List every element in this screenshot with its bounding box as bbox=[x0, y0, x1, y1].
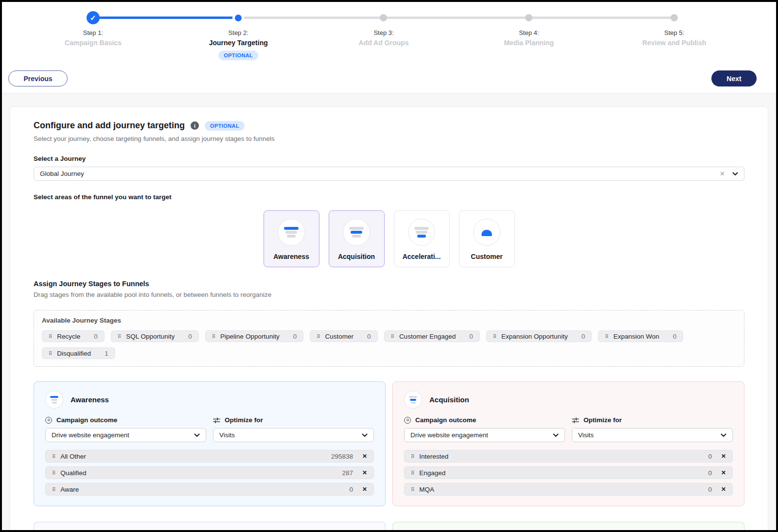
stage-chip-disqualified[interactable]: ⠿ Disqualified 1 bbox=[42, 347, 115, 359]
remove-icon[interactable]: ✕ bbox=[362, 469, 367, 476]
drag-handle-icon[interactable]: ⠿ bbox=[605, 334, 608, 339]
stage-row-name: Engaged bbox=[419, 469, 708, 477]
step-name: Media Planning bbox=[504, 39, 554, 47]
step-5-dot[interactable] bbox=[671, 11, 678, 25]
upcoming-step-dot-icon bbox=[380, 14, 387, 21]
chevron-down-icon bbox=[732, 172, 738, 176]
next-button[interactable]: Next bbox=[711, 70, 757, 86]
stage-row-count: 0 bbox=[708, 453, 712, 460]
remove-icon[interactable]: ✕ bbox=[721, 486, 726, 493]
drag-handle-icon[interactable]: ⠿ bbox=[493, 334, 496, 339]
funnel-card-awareness[interactable]: Awareness bbox=[264, 210, 319, 267]
funnel-awareness-icon bbox=[45, 391, 63, 409]
journey-select-value: Global Journey bbox=[40, 170, 720, 177]
campaign-outcome-label: Campaign outcome bbox=[45, 416, 206, 424]
step-label: Step 5: bbox=[664, 29, 684, 36]
chevron-down-icon bbox=[362, 433, 368, 437]
funnel-panels: Awareness Campaign outcome Optimize for bbox=[34, 381, 744, 506]
drag-handle-icon[interactable]: ⠿ bbox=[411, 487, 414, 492]
stage-row-interested[interactable]: ⠿ Interested 0 ✕ bbox=[404, 450, 733, 463]
funnel-acquisition-icon bbox=[343, 219, 370, 246]
step-2-dot[interactable] bbox=[232, 11, 244, 25]
info-icon[interactable]: i bbox=[191, 121, 199, 130]
stage-chip-count: 0 bbox=[188, 333, 192, 340]
drag-handle-icon[interactable]: ⠿ bbox=[52, 470, 55, 476]
stage-chip-name: Disqualified bbox=[57, 350, 91, 357]
stage-row-engaged[interactable]: ⠿ Engaged 0 ✕ bbox=[404, 466, 733, 479]
stage-row-name: Qualified bbox=[60, 469, 342, 477]
clear-icon[interactable]: ✕ bbox=[720, 170, 725, 177]
step-name: Journey Targeting bbox=[209, 39, 268, 47]
journey-targeting-card: Configure and add journey targeting i OP… bbox=[10, 106, 768, 532]
target-icon bbox=[45, 417, 52, 424]
stage-chip-recycle[interactable]: ⠿ Recycle 0 bbox=[42, 330, 105, 342]
drag-handle-icon[interactable]: ⠿ bbox=[212, 334, 215, 339]
funnel-area-cards: Awareness Acquisition Accelerati... bbox=[34, 210, 744, 267]
available-stages-pool: Available Journey Stages ⠿ Recycle 0 ⠿ S… bbox=[34, 310, 744, 367]
funnel-card-label: Accelerati... bbox=[403, 253, 441, 260]
sliders-icon bbox=[572, 417, 579, 424]
funnel-card-label: Customer bbox=[471, 253, 502, 260]
stage-chip-name: SQL Opportunity bbox=[126, 333, 175, 340]
drag-handle-icon[interactable]: ⠿ bbox=[411, 470, 414, 476]
stage-chip-customer-engaged[interactable]: ⠿ Customer Engaged 0 bbox=[384, 330, 480, 342]
campaign-outcome-select[interactable]: Drive website engagement bbox=[404, 428, 565, 442]
optimize-for-value: Visits bbox=[578, 431, 594, 439]
acceleration-panel-partial bbox=[34, 522, 386, 532]
step-review-and-publish: Step 5: Review and Publish bbox=[601, 11, 747, 60]
stage-chip-name: Recycle bbox=[57, 333, 80, 340]
step-3-dot[interactable] bbox=[380, 11, 387, 25]
drag-handle-icon[interactable]: ⠿ bbox=[52, 487, 55, 492]
stage-chips: ⠿ Recycle 0 ⠿ SQL Opportunity 0 ⠿ Pipeli… bbox=[42, 330, 736, 359]
step-name: Review and Publish bbox=[642, 39, 706, 47]
remove-icon[interactable]: ✕ bbox=[721, 453, 726, 460]
funnel-card-acceleration[interactable]: Accelerati... bbox=[394, 210, 450, 267]
step-label: Step 3: bbox=[373, 29, 393, 36]
stage-row-mqa[interactable]: ⠿ MQA 0 ✕ bbox=[404, 483, 733, 496]
step-add-ad-groups: Step 3: Add Ad Groups bbox=[311, 11, 457, 60]
sliders-icon bbox=[213, 417, 220, 424]
stage-row-count: 0 bbox=[349, 486, 353, 493]
optimize-for-select[interactable]: Visits bbox=[572, 428, 733, 442]
stage-row-name: Aware bbox=[60, 486, 349, 493]
funnel-card-label: Acquisition bbox=[338, 253, 375, 260]
stage-row-aware[interactable]: ⠿ Aware 0 ✕ bbox=[45, 483, 374, 496]
previous-button[interactable]: Previous bbox=[8, 70, 68, 86]
step-4-dot[interactable] bbox=[525, 11, 532, 25]
campaign-outcome-value: Drive website engagement bbox=[52, 431, 129, 439]
person-icon bbox=[473, 219, 500, 246]
step-label: Step 2: bbox=[229, 29, 248, 36]
drag-handle-icon[interactable]: ⠿ bbox=[391, 334, 394, 339]
campaign-outcome-select[interactable]: Drive website engagement bbox=[45, 428, 206, 442]
app-window: ✓ Step 1: Campaign Basics Step 2: Journe… bbox=[0, 0, 778, 532]
stage-chip-pipeline-opportunity[interactable]: ⠿ Pipeline Opportunity 0 bbox=[205, 330, 303, 342]
drag-handle-icon[interactable]: ⠿ bbox=[49, 334, 52, 339]
drag-handle-icon[interactable]: ⠿ bbox=[49, 351, 52, 356]
drag-handle-icon[interactable]: ⠿ bbox=[411, 454, 414, 459]
stage-chip-sql-opportunity[interactable]: ⠿ SQL Opportunity 0 bbox=[111, 330, 199, 342]
wizard-nav-row: Previous Next bbox=[8, 70, 757, 93]
drag-handle-icon[interactable]: ⠿ bbox=[118, 334, 121, 339]
panel-title: Awareness bbox=[71, 395, 109, 404]
funnel-acceleration-icon bbox=[408, 219, 435, 246]
funnel-acquisition-icon bbox=[404, 391, 422, 409]
stage-row-all-other[interactable]: ⠿ All Other 295838 ✕ bbox=[45, 450, 374, 463]
stage-chip-expansion-won[interactable]: ⠿ Expansion Won 0 bbox=[598, 330, 683, 342]
drag-handle-icon[interactable]: ⠿ bbox=[52, 454, 55, 459]
stage-chip-expansion-opportunity[interactable]: ⠿ Expansion Opportunity 0 bbox=[486, 330, 592, 342]
funnel-card-acquisition[interactable]: Acquisition bbox=[329, 210, 385, 267]
funnel-card-customer[interactable]: Customer bbox=[459, 210, 515, 267]
optional-badge: OPTIONAL bbox=[205, 121, 245, 131]
stage-chip-customer[interactable]: ⠿ Customer 0 bbox=[310, 330, 377, 342]
step-1-dot[interactable]: ✓ bbox=[87, 11, 100, 25]
panel-title: Acquisition bbox=[429, 395, 469, 404]
optimize-for-select[interactable]: Visits bbox=[213, 428, 374, 442]
journey-select[interactable]: Global Journey ✕ bbox=[34, 167, 744, 181]
remove-icon[interactable]: ✕ bbox=[721, 469, 726, 476]
drag-handle-icon[interactable]: ⠿ bbox=[317, 334, 320, 339]
funnel-card-label: Awareness bbox=[273, 253, 309, 260]
remove-icon[interactable]: ✕ bbox=[362, 486, 367, 493]
wizard-stepper: ✓ Step 1: Campaign Basics Step 2: Journe… bbox=[20, 11, 747, 60]
stage-row-qualified[interactable]: ⠿ Qualified 287 ✕ bbox=[45, 466, 374, 479]
remove-icon[interactable]: ✕ bbox=[362, 453, 367, 460]
